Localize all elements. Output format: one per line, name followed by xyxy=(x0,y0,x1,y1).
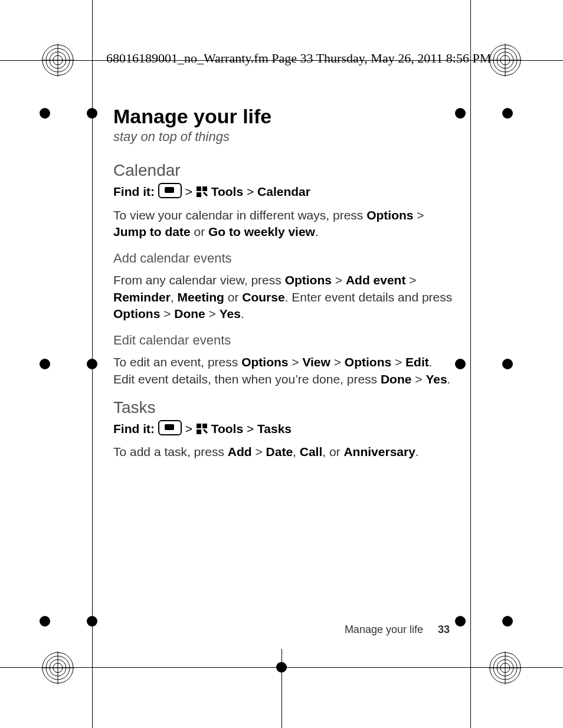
find-it-tasks: Find it: > Tools > Tasks xyxy=(113,419,456,438)
calendar-intro: To view your calendar in different ways,… xyxy=(113,207,456,241)
crop-dot-icon xyxy=(40,108,50,119)
add-events-heading: Add calendar events xyxy=(113,251,456,266)
registration-mark-icon xyxy=(489,651,522,684)
page-subtitle: stay on top of things xyxy=(113,129,456,145)
svg-rect-28 xyxy=(202,424,207,428)
section-tasks: Tasks xyxy=(113,398,456,417)
crop-dot-icon xyxy=(87,108,97,119)
svg-rect-26 xyxy=(197,192,201,197)
crop-dot-icon xyxy=(40,616,50,627)
crop-dot-icon xyxy=(40,359,50,369)
edit-events-heading: Edit calendar events xyxy=(113,333,456,348)
print-header: 68016189001_no_Warranty.fm Page 33 Thurs… xyxy=(106,51,491,66)
crop-dot-icon xyxy=(502,359,513,369)
edit-events-text: To edit an event, press Options > View >… xyxy=(113,354,456,388)
crop-dot-icon xyxy=(455,108,466,119)
tools-icon xyxy=(196,184,208,196)
crop-dot-icon xyxy=(276,662,287,673)
registration-mark-icon xyxy=(41,651,74,684)
crop-mark xyxy=(470,0,471,728)
crop-dot-icon xyxy=(87,359,97,369)
crop-mark xyxy=(282,649,282,728)
section-calendar: Calendar xyxy=(113,161,456,180)
home-key-icon xyxy=(158,183,182,198)
tasks-intro: To add a task, press Add > Date, Call, o… xyxy=(113,444,456,460)
page-footer: Manage your life 33 xyxy=(345,624,450,636)
svg-rect-24 xyxy=(197,186,201,191)
find-it-calendar: Find it: > Tools > Calendar xyxy=(113,182,456,201)
svg-rect-25 xyxy=(202,186,207,191)
tools-icon xyxy=(196,421,208,433)
crop-dot-icon xyxy=(87,616,97,627)
footer-section: Manage your life xyxy=(345,624,423,635)
crop-dot-icon xyxy=(502,108,513,119)
home-key-icon xyxy=(158,420,182,435)
svg-rect-27 xyxy=(197,424,201,428)
crop-dot-icon xyxy=(502,616,513,627)
svg-rect-29 xyxy=(197,429,201,434)
crop-dot-icon xyxy=(455,616,466,627)
page-title: Manage your life xyxy=(113,105,456,128)
page-number: 33 xyxy=(438,624,450,635)
crop-dot-icon xyxy=(455,359,466,369)
page-content: Manage your life stay on top of things C… xyxy=(113,105,456,471)
add-events-text: From any calendar view, press Options > … xyxy=(113,272,456,322)
